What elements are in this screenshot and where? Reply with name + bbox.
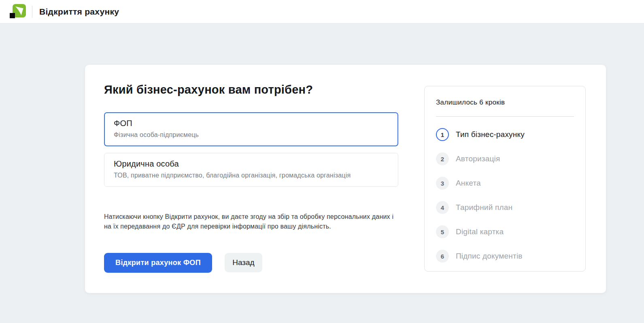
- page-title: Відкриття рахунку: [39, 0, 119, 24]
- main-card: Який бізнес-рахунок вам потрібен? ФОП Фі…: [85, 65, 606, 293]
- step-label: Авторизація: [456, 154, 500, 163]
- step-number-badge: 2: [436, 152, 449, 165]
- steps-panel: Залишилось 6 кроків 1 Тип бізнес-рахунку…: [424, 86, 586, 272]
- option-fop-subtitle: Фізична особа-підприємець: [114, 131, 388, 139]
- question-heading: Який бізнес-рахунок вам потрібен?: [104, 83, 313, 96]
- step-item-document-signing: 6 Підпис документів: [436, 249, 574, 263]
- step-label: Анкета: [456, 179, 481, 188]
- step-number-badge: 3: [436, 177, 449, 190]
- option-fop[interactable]: ФОП Фізична особа-підприємець: [104, 112, 398, 146]
- option-legal-entity-subtitle: ТОВ, приватне підприємство, благодійна о…: [114, 172, 388, 179]
- privatbank-logo-icon: [10, 4, 26, 19]
- step-item-authorization: 2 Авторизація: [436, 152, 574, 166]
- steps-divider: [436, 116, 574, 117]
- step-label: Підпис документів: [456, 252, 523, 261]
- step-number-badge: 1: [436, 128, 449, 141]
- step-item-digital-card: 5 Digital картка: [436, 225, 574, 239]
- steps-list: 1 Тип бізнес-рахунку 2 Авторизація 3 Анк…: [436, 127, 574, 263]
- step-label: Digital картка: [456, 227, 504, 236]
- option-legal-entity-title: Юридична особа: [114, 159, 388, 169]
- app-header: Відкриття рахунку: [0, 0, 644, 24]
- step-item-questionnaire: 3 Анкета: [436, 176, 574, 190]
- steps-panel-title: Залишилось 6 кроків: [436, 98, 574, 107]
- step-label: Тарифний план: [456, 203, 512, 212]
- consent-text: Натискаючи кнопку Відкрити рахунок, ви д…: [104, 212, 394, 231]
- back-button[interactable]: Назад: [225, 253, 262, 272]
- step-number-badge: 6: [436, 250, 449, 263]
- privatbank-logo[interactable]: [10, 4, 26, 19]
- header-divider: [32, 6, 32, 18]
- step-label: Тип бізнес-рахунку: [456, 130, 525, 139]
- step-item-tariff-plan: 4 Тарифний план: [436, 200, 574, 215]
- option-fop-title: ФОП: [114, 119, 388, 128]
- step-item-account-type: 1 Тип бізнес-рахунку: [436, 127, 574, 142]
- step-number-badge: 5: [436, 225, 449, 238]
- open-account-button[interactable]: Відкрити рахунок ФОП: [104, 253, 212, 273]
- option-legal-entity[interactable]: Юридична особа ТОВ, приватне підприємств…: [104, 153, 398, 187]
- step-number-badge: 4: [436, 201, 449, 214]
